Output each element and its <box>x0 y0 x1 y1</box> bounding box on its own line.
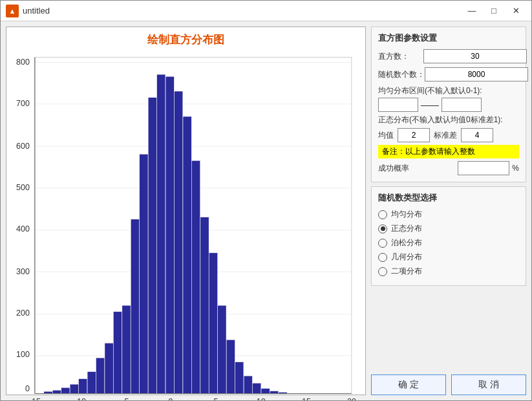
svg-text:-10: -10 <box>74 397 86 400</box>
svg-text:500: 500 <box>16 183 30 192</box>
svg-text:20: 20 <box>347 397 356 400</box>
radio-normal-label: 正态分布 <box>391 223 422 234</box>
svg-text:0: 0 <box>168 397 173 400</box>
radio-uniform-label: 均匀分布 <box>391 209 422 220</box>
radio-poisson[interactable]: 泊松分布 <box>378 237 519 248</box>
svg-text:15: 15 <box>302 397 311 400</box>
uniform-inputs: —— <box>378 98 519 112</box>
count-row: 随机数个数： <box>378 67 519 81</box>
svg-rect-34 <box>175 91 183 393</box>
radio-normal[interactable]: 正态分布 <box>378 223 519 234</box>
svg-rect-44 <box>261 389 270 394</box>
chart-title: 绘制直方分布图 <box>147 32 224 47</box>
svg-rect-32 <box>157 74 165 393</box>
radio-poisson-btn[interactable] <box>378 239 387 248</box>
success-label: 成功概率 <box>378 163 455 174</box>
percent-label: % <box>512 164 519 173</box>
params-section: 直方图参数设置 直方数： 随机数个数： 均匀分布区间(不输入默认0-1): <box>371 27 526 182</box>
svg-rect-37 <box>200 217 209 394</box>
svg-rect-27 <box>113 312 122 394</box>
radio-binomial-btn[interactable] <box>378 267 387 276</box>
radio-binomial-label: 二项分布 <box>391 266 422 277</box>
svg-rect-35 <box>183 116 191 393</box>
uniform-from-input[interactable] <box>378 98 418 112</box>
window-title: untitled <box>23 6 462 16</box>
svg-rect-23 <box>79 379 87 394</box>
std-label: 标准差 <box>434 130 457 141</box>
svg-rect-26 <box>105 343 113 394</box>
svg-rect-45 <box>270 391 279 394</box>
svg-rect-29 <box>131 219 139 394</box>
radio-uniform[interactable]: 均匀分布 <box>378 209 519 220</box>
svg-rect-22 <box>70 384 78 393</box>
radio-geometric-label: 几何分布 <box>391 252 422 263</box>
svg-text:10: 10 <box>257 397 266 400</box>
svg-rect-25 <box>96 358 105 393</box>
svg-text:200: 200 <box>16 309 30 318</box>
close-button[interactable]: ✕ <box>505 4 526 18</box>
minimize-button[interactable]: — <box>462 4 482 18</box>
svg-rect-43 <box>253 383 261 393</box>
svg-rect-41 <box>235 362 244 394</box>
mean-input[interactable] <box>398 128 430 142</box>
svg-rect-38 <box>209 253 217 394</box>
radio-section: 随机数类型选择 均匀分布 正态分布 泊松分布 几何分布 <box>371 186 526 286</box>
app-icon: ▲ <box>6 5 19 17</box>
svg-text:400: 400 <box>16 224 30 233</box>
svg-text:700: 700 <box>16 99 30 108</box>
cancel-button[interactable]: 取 消 <box>451 374 526 395</box>
radio-geometric-btn[interactable] <box>378 253 387 262</box>
note-bar: 备注：以上参数请输入整数 <box>378 145 519 158</box>
svg-rect-30 <box>140 154 148 393</box>
uniform-to-input[interactable] <box>442 98 482 112</box>
window-controls: — □ ✕ <box>462 4 526 18</box>
main-content: 绘制直方分布图 800 700 600 500 400 300 200 100 … <box>1 21 531 400</box>
chart-area: 绘制直方分布图 800 700 600 500 400 300 200 100 … <box>6 27 366 395</box>
svg-text:300: 300 <box>16 267 30 276</box>
main-window: ▲ untitled — □ ✕ 绘制直方分布图 800 700 600 500… <box>0 0 532 401</box>
radio-uniform-btn[interactable] <box>378 210 387 219</box>
success-input[interactable] <box>458 161 509 175</box>
title-bar: ▲ untitled — □ ✕ <box>1 1 531 21</box>
svg-text:-5: -5 <box>122 397 129 400</box>
radio-geometric[interactable]: 几何分布 <box>378 252 519 263</box>
chart-wrapper: 800 700 600 500 400 300 200 100 0 <box>9 50 363 400</box>
success-row: 成功概率 % <box>378 161 519 175</box>
normal-section: 正态分布(不输入默认均值0标准差1): 均值 标准差 <box>378 114 519 142</box>
mean-label: 均值 <box>378 130 394 141</box>
uniform-label: 均匀分布区间(不输入默认0-1): <box>378 85 519 96</box>
svg-rect-39 <box>218 305 226 393</box>
svg-rect-31 <box>148 98 156 394</box>
maximize-button[interactable]: □ <box>484 4 504 18</box>
confirm-button[interactable]: 确 定 <box>371 374 446 395</box>
svg-rect-42 <box>244 376 252 393</box>
radio-title: 随机数类型选择 <box>378 192 519 204</box>
svg-rect-21 <box>61 387 70 393</box>
right-panel: 直方图参数设置 直方数： 随机数个数： 均匀分布区间(不输入默认0-1): <box>371 27 526 395</box>
svg-rect-28 <box>122 305 131 393</box>
uniform-section: 均匀分布区间(不输入默认0-1): —— <box>378 85 519 112</box>
svg-rect-33 <box>165 76 174 393</box>
std-input[interactable] <box>461 128 493 142</box>
svg-text:100: 100 <box>16 350 30 359</box>
normal-label: 正态分布(不输入默认均值0标准差1): <box>378 114 519 125</box>
params-title: 直方图参数设置 <box>378 32 519 44</box>
count-label: 随机数个数： <box>378 69 425 80</box>
svg-rect-20 <box>52 390 61 393</box>
svg-text:600: 600 <box>16 142 30 151</box>
radio-binomial[interactable]: 二项分布 <box>378 266 519 277</box>
svg-rect-24 <box>87 372 96 394</box>
svg-text:5: 5 <box>213 397 218 400</box>
svg-text:-15: -15 <box>29 397 41 400</box>
normal-inputs: 均值 标准差 <box>378 128 519 142</box>
svg-text:800: 800 <box>16 58 30 67</box>
bins-input[interactable] <box>423 49 527 63</box>
histogram-chart: 800 700 600 500 400 300 200 100 0 <box>9 50 363 400</box>
svg-rect-40 <box>226 340 235 393</box>
count-input[interactable] <box>425 67 528 81</box>
svg-rect-36 <box>192 160 200 393</box>
radio-normal-btn[interactable] <box>378 224 387 233</box>
range-dash: —— <box>421 100 439 110</box>
svg-text:0: 0 <box>25 384 30 393</box>
bins-label: 直方数： <box>378 51 423 62</box>
